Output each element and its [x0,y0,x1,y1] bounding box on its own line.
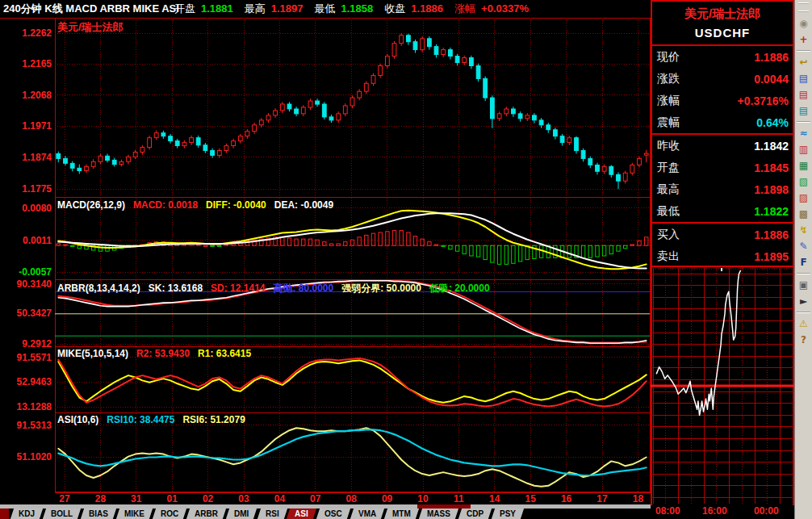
quote-row-ask: 卖出1.1895 [652,245,793,267]
indicator-label-part: ASI(10,6) [57,414,98,425]
right-toolbar: ◉+↩▤▤▤≈▥▦▧▨▩↯✎F▣►⚠? [794,0,812,519]
hand-tool-icon[interactable]: ◉ [795,15,812,31]
f10-info-icon[interactable]: F [795,254,812,270]
macd-y-axis-label: -0.0057 [0,266,52,278]
edit-doc-icon[interactable]: ✎ [795,238,812,254]
indicator-label-part: RSI6: 51.2079 [182,414,245,425]
tab-bias[interactable]: BIAS [81,509,116,519]
mike-parameter-row: MIKE(5,10,5,14)R2: 53.9430R1: 63.6415 [57,348,259,359]
toolbar-divider [797,312,810,313]
date-axis-label: 02 [195,493,221,504]
chart-mode-title: 240分钟 K线 MACD ARBR MIKE ASI [3,0,179,18]
topbar-ohlc-fields: 开盘1.1881最高1.1897最低1.1858收盘1.1886涨幅+0.033… [174,0,540,18]
print-icon[interactable]: ▣ [795,277,812,293]
topbar-field-open: 开盘1.1881 [174,0,233,18]
indicator-label-part: 低吸: 20.0000 [429,283,490,294]
macd-y-axis-label: 0.0011 [0,235,52,246]
indicator-label-part: DEA: -0.0049 [274,199,333,211]
quote-row-prev-close: 昨收1.1842 [652,135,793,157]
indicator-label-part: R2: 53.9430 [136,348,190,359]
indicator-label-part: 强弱分界: 50.0000 [341,283,421,294]
alert-icon[interactable]: ⚠ [795,316,812,332]
help-icon[interactable]: ? [795,332,812,348]
symbol-overlay-label: 美元/瑞士法郎 [57,20,123,35]
quote-board-icon[interactable]: ▤ [795,70,812,86]
topbar-field-change-pct: 涨幅+0.0337% [454,0,529,18]
arbr-y-axis-label: 90.3140 [0,278,52,290]
date-axis-label: 31 [123,493,149,504]
date-axis-label: 27 [52,493,77,504]
tab-boll[interactable]: BOLL [43,509,81,519]
tab-asi[interactable]: ASI [287,509,316,519]
toolbar-divider [797,273,810,274]
flash-refresh-icon[interactable]: ↯ [795,222,812,238]
time-axis-label: 00:00 [754,505,779,517]
time-axis-label: 08:00 [655,505,680,517]
trading-app-window: 240分钟 K线 MACD ARBR MIKE ASI 开盘1.1881最高1.… [0,0,812,519]
tab-osc[interactable]: OSC [316,509,350,519]
topbar-field-low: 最低1.1858 [315,0,374,18]
indicator-label-part: RSI10: 38.4475 [107,414,174,425]
kline-chart-icon[interactable]: ▥ [795,141,812,157]
detail-list-icon[interactable]: ▩ [795,206,812,222]
toolbar-divider [797,50,810,52]
main-y-axis-label: 1.2165 [0,58,52,69]
mini-chart-time-axis: 08:0016:0000:00 [651,505,794,519]
date-axis-label: 10 [410,493,436,504]
macd-parameter-row: MACD(26,12,9)MACD: 0.0018DIFF: -0.0040DE… [57,199,341,211]
tab-kdj[interactable]: KDJ [10,509,43,519]
quote-board-red-icon[interactable]: ▤ [795,86,812,103]
tab-cdp[interactable]: CDP [458,509,491,519]
crosshair-icon[interactable]: + [795,31,812,48]
quote-symbol-code: USDCHF [652,23,793,46]
topbar-field-close: 收盘1.1886 [384,0,443,18]
date-axis-label: 08 [338,493,364,504]
asi-parameter-row: ASI(10,6)RSI10: 38.4475RSI6: 51.2079 [57,414,253,425]
tab-vma[interactable]: VMA [350,509,384,519]
toolbar-grip[interactable] [798,2,809,12]
tab-dmi[interactable]: DMI [226,509,257,519]
mike-y-axis-label: 13.1288 [0,401,52,412]
indicator-label-part: SK: 13.6168 [149,283,203,294]
topbar-field-high: 最高1.1897 [245,0,303,18]
indicator-label-part: MACD: 0.0018 [133,199,198,211]
asi-y-axis-label: 51.1020 [0,451,52,462]
main-y-axis-label: 1.1874 [0,152,52,163]
tab-mtm[interactable]: MTM [384,509,419,519]
tab-psy[interactable]: PSY [492,509,524,519]
indicator-label-part: MIKE(5,10,5,14) [57,348,128,359]
tab-mike[interactable]: MIKE [116,509,153,519]
main-y-axis-label: 1.2262 [0,27,52,39]
report-red-icon[interactable]: ▨ [795,190,812,206]
date-axis-label: 09 [375,493,400,504]
quote-row-change-pct: 涨幅+0.3716% [652,90,793,111]
report-icon[interactable]: ▧ [795,174,812,190]
undo-arrow-icon[interactable]: ↩ [795,54,812,70]
indicator-tab-bar: KDJBOLLBIASMIKEROCARBRDMIRSIASIOSCVMAMTM… [0,509,651,519]
quote-row-high: 最高1.1898 [652,178,793,200]
quote-symbol-name: 美元/瑞士法郎 [652,2,793,23]
intraday-mini-chart[interactable] [651,268,794,504]
multi-panel-icon[interactable]: ▦ [795,157,812,174]
date-axis-label: 18 [625,493,651,504]
quote-row-price: 现价1.1886 [652,46,793,68]
toolbar-divider [797,121,810,123]
main-chart-panel[interactable] [55,18,650,197]
date-axis-label: 04 [266,493,292,504]
mike-y-axis-label: 52.9463 [0,376,52,387]
quote-rows: 现价1.1886涨跌0.0044涨幅+0.3716%震幅0.64%昨收1.184… [652,46,793,267]
draw-arrow-icon[interactable]: ► [795,293,812,309]
date-axis-label: 16 [554,493,580,504]
date-axis-label: 01 [159,493,185,504]
tab-rsi[interactable]: RSI [257,509,287,519]
tab-arbr[interactable]: ARBR [186,509,226,519]
tab-mass[interactable]: MASS [419,509,458,519]
date-axis-label: 11 [446,493,471,504]
main-y-axis-label: 1.1775 [0,183,52,195]
quote-row-open: 开盘1.1845 [652,157,793,178]
quote-panel: 美元/瑞士法郎 USDCHF 现价1.1886涨跌0.0044涨幅+0.3716… [651,0,794,267]
quote-board-cyan-icon[interactable]: ▤ [795,103,812,119]
trend-chart-icon[interactable]: ≈ [795,125,812,141]
quote-row-amplitude: 震幅0.64% [652,111,793,135]
tab-roc[interactable]: ROC [153,509,186,519]
